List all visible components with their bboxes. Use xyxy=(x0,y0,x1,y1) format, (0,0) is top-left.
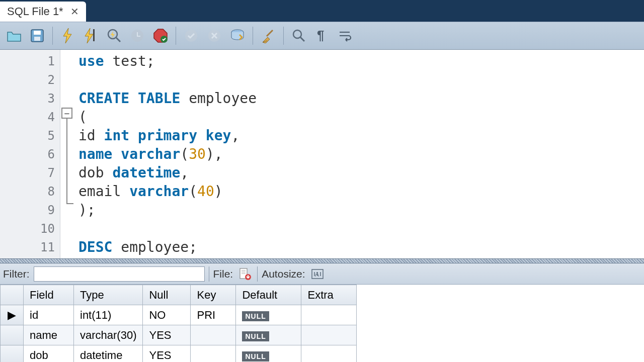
col-field[interactable]: Field xyxy=(24,285,74,305)
autosize-button[interactable]: A xyxy=(309,266,326,282)
cell-default[interactable]: NULL xyxy=(236,305,301,325)
close-icon[interactable]: ✕ xyxy=(68,6,81,18)
results-grid[interactable]: Field Type Null Key Default Extra ▶ id i… xyxy=(0,285,357,362)
keyword: name varchar xyxy=(78,146,180,162)
line-number: 3 xyxy=(48,92,55,106)
code-text: employee xyxy=(180,90,257,107)
file-tab[interactable]: SQL File 1* ✕ xyxy=(0,2,86,22)
col-extra[interactable]: Extra xyxy=(301,285,357,305)
cell-field[interactable]: name xyxy=(24,325,74,345)
code-text: ); xyxy=(78,202,96,218)
col-type[interactable]: Type xyxy=(74,285,143,305)
svg-point-13 xyxy=(293,30,301,38)
cell-null[interactable]: YES xyxy=(143,345,191,363)
col-key[interactable]: Key xyxy=(191,285,236,305)
export-icon xyxy=(238,267,252,281)
sql-editor[interactable]: 1 2 3 4 5 6 7 8 9 10 11 − use test; CREA… xyxy=(0,50,644,258)
cell-default[interactable]: NULL xyxy=(236,345,301,363)
beautify-button[interactable] xyxy=(258,26,278,46)
cell-type[interactable]: varchar(30) xyxy=(74,325,143,345)
table-row[interactable]: dob datetime YES NULL xyxy=(1,345,357,363)
filter-input[interactable] xyxy=(34,266,205,282)
code-text: ( xyxy=(189,183,197,200)
row-indicator xyxy=(1,345,24,363)
commit-button xyxy=(181,26,201,46)
svg-line-12 xyxy=(267,30,273,36)
cell-type[interactable]: int(11) xyxy=(74,305,143,325)
execute-button[interactable] xyxy=(58,26,78,46)
code-text: , xyxy=(231,127,239,144)
cell-null[interactable]: NO xyxy=(143,305,191,325)
line-number: 1 xyxy=(48,54,55,68)
code-text: ) xyxy=(214,183,223,200)
line-gutter: 1 2 3 4 5 6 7 8 9 10 11 xyxy=(0,50,60,258)
pane-splitter[interactable] xyxy=(0,258,644,263)
fold-toggle[interactable]: − xyxy=(61,108,72,119)
wrap-button[interactable] xyxy=(335,26,355,46)
table-row[interactable]: ▶ id int(11) NO PRI NULL xyxy=(1,305,357,325)
keyword: use xyxy=(78,53,104,69)
save-button[interactable] xyxy=(27,26,47,46)
code-text: id xyxy=(78,127,104,144)
code-text: ( xyxy=(180,146,189,162)
cell-null[interactable]: YES xyxy=(143,325,191,345)
stop-hard-button[interactable] xyxy=(150,26,171,46)
find-button[interactable] xyxy=(289,26,309,46)
stop-error-icon xyxy=(153,28,168,43)
keyword: varchar xyxy=(129,183,189,200)
svg-rect-1 xyxy=(34,31,41,35)
code-text: employee; xyxy=(112,239,197,255)
export-file-button[interactable] xyxy=(237,266,253,282)
execute-current-button[interactable] xyxy=(81,26,101,46)
line-number: 6 xyxy=(48,147,55,161)
keyword: CREATE TABLE xyxy=(78,90,180,107)
null-badge: NULL xyxy=(242,351,269,361)
file-label: File: xyxy=(213,268,233,280)
cell-field[interactable]: id xyxy=(24,305,74,325)
cell-extra[interactable] xyxy=(301,345,357,363)
svg-text:A: A xyxy=(315,271,319,278)
table-row[interactable]: name varchar(30) YES NULL xyxy=(1,325,357,345)
number: 30 xyxy=(189,146,206,162)
keyword: DESC xyxy=(78,239,112,255)
code-text: ( xyxy=(78,109,87,125)
svg-rect-2 xyxy=(34,37,40,41)
autocommit-button[interactable] xyxy=(227,26,248,46)
line-number: 9 xyxy=(48,203,55,217)
line-number: 4 xyxy=(48,110,55,124)
cell-key[interactable] xyxy=(191,325,236,345)
svg-rect-3 xyxy=(93,29,95,41)
code-area[interactable]: use test; CREATE TABLE employee ( id int… xyxy=(74,50,644,258)
line-number: 7 xyxy=(48,166,55,180)
stop-button xyxy=(127,26,147,46)
show-invisible-button[interactable]: ¶ xyxy=(312,26,332,46)
col-default[interactable]: Default xyxy=(236,285,301,305)
line-number: 10 xyxy=(40,222,55,236)
rollback-icon xyxy=(207,29,221,43)
svg-line-5 xyxy=(116,38,120,42)
pilcrow-icon: ¶ xyxy=(316,29,328,43)
cell-extra[interactable] xyxy=(301,305,357,325)
col-null[interactable]: Null xyxy=(143,285,191,305)
code-text: test; xyxy=(104,53,155,69)
code-text: ), xyxy=(206,146,223,162)
line-number: 5 xyxy=(48,129,55,143)
folder-icon xyxy=(7,29,22,42)
row-indicator: ▶ xyxy=(1,305,24,325)
lightning-icon xyxy=(62,28,73,43)
code-text: email xyxy=(78,183,129,200)
svg-line-14 xyxy=(300,37,304,41)
autocommit-icon xyxy=(230,28,245,43)
cell-key[interactable]: PRI xyxy=(191,305,236,325)
broom-icon xyxy=(261,28,276,43)
open-button[interactable] xyxy=(4,26,24,46)
row-indicator xyxy=(1,325,24,345)
cell-extra[interactable] xyxy=(301,325,357,345)
cell-default[interactable]: NULL xyxy=(236,325,301,345)
cell-type[interactable]: datetime xyxy=(74,345,143,363)
cell-key[interactable] xyxy=(191,345,236,363)
explain-button[interactable] xyxy=(104,26,124,46)
cell-field[interactable]: dob xyxy=(24,345,74,363)
stop-icon xyxy=(130,29,144,43)
line-number: 11 xyxy=(40,240,55,254)
